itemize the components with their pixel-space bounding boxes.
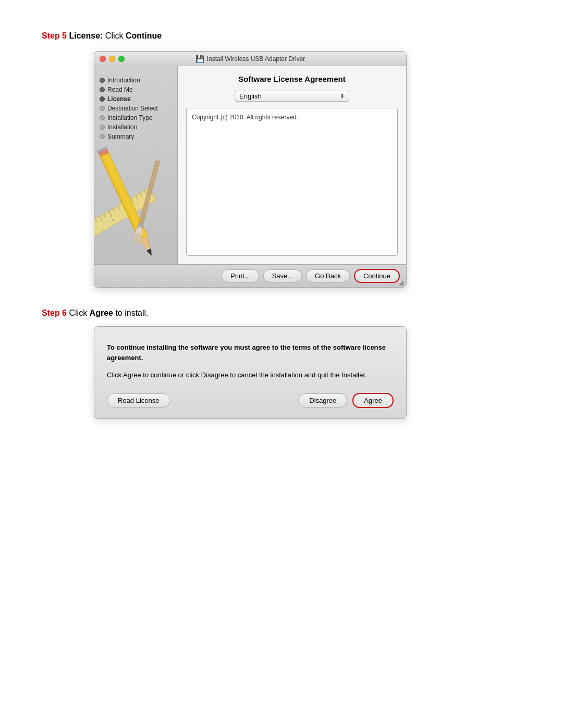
sidebar-item-destination[interactable]: Destination Select xyxy=(94,104,177,113)
sidebar: Introduction Read Me License Destination… xyxy=(94,66,178,264)
dot-summary xyxy=(100,134,105,139)
sidebar-nav: Introduction Read Me License Destination… xyxy=(94,71,177,141)
sidebar-item-installation[interactable]: Installation xyxy=(94,122,177,132)
content-title: Software License Agreement xyxy=(186,75,398,83)
step5-bold: Continue xyxy=(126,31,162,40)
step5-section: Step 5 License: Click Continue 💾 Install… xyxy=(42,31,521,288)
dot-destination xyxy=(100,106,105,111)
close-button[interactable] xyxy=(100,56,106,62)
save-button[interactable]: Save... xyxy=(263,269,302,282)
sidebar-item-summary[interactable]: Summary xyxy=(94,132,177,141)
sidebar-label-readme: Read Me xyxy=(107,86,133,93)
language-value: English xyxy=(239,92,262,100)
step5-label: License: xyxy=(67,31,103,40)
sidebar-label-license: License xyxy=(107,95,131,103)
sidebar-item-introduction[interactable]: Introduction xyxy=(94,76,177,85)
minimize-button[interactable] xyxy=(109,56,115,62)
dot-installtype xyxy=(100,115,105,120)
agree-secondary-text: Click Agree to continue or click Disagre… xyxy=(107,370,394,380)
step6-text: to install. xyxy=(113,309,149,317)
step6-num: Step 6 xyxy=(42,309,67,317)
disagree-button[interactable]: Disagree xyxy=(298,393,347,408)
dropdown-arrow-icon: ⬍ xyxy=(340,93,345,100)
svg-marker-18 xyxy=(146,249,154,257)
titlebar: 💾 Install Wireless USB Adapter Driver xyxy=(94,52,406,66)
sidebar-item-readme[interactable]: Read Me xyxy=(94,85,177,94)
sidebar-label-destination: Destination Select xyxy=(107,105,158,112)
language-dropdown[interactable]: English ⬍ xyxy=(235,91,349,102)
language-select-row: English ⬍ xyxy=(186,91,398,102)
dot-readme xyxy=(100,87,105,92)
installer-window: 💾 Install Wireless USB Adapter Driver In… xyxy=(94,51,407,288)
step5-num: Step 5 xyxy=(42,31,67,40)
dot-introduction xyxy=(100,78,105,83)
step6-action: Click xyxy=(67,309,90,317)
sidebar-art: 6 10 xyxy=(94,129,177,264)
app-icon: 💾 xyxy=(195,55,204,63)
license-text-area: Copyright (c) 2010. All rights reserved. xyxy=(186,108,398,256)
step5-action: Click xyxy=(103,31,126,40)
sidebar-label-installtype: Installation Type xyxy=(107,114,153,121)
agree-button[interactable]: Agree xyxy=(352,393,394,408)
sidebar-item-installtype[interactable]: Installation Type xyxy=(94,113,177,122)
sidebar-label-summary: Summary xyxy=(107,133,134,140)
read-license-button[interactable]: Read License xyxy=(107,393,170,408)
step6-section: Step 6 Click Agree to install. To contin… xyxy=(42,309,521,419)
continue-button[interactable]: Continue xyxy=(354,269,400,283)
window-title: 💾 Install Wireless USB Adapter Driver xyxy=(195,55,305,63)
resize-handle: ◢ xyxy=(399,279,403,286)
agree-buttons: Read License Disagree Agree xyxy=(107,393,394,408)
license-text: Copyright (c) 2010. All rights reserved. xyxy=(192,114,298,121)
maximize-button[interactable] xyxy=(118,56,125,62)
agree-dialog: To continue installing the software you … xyxy=(94,326,407,419)
print-button[interactable]: Print... xyxy=(222,269,259,282)
dot-license xyxy=(100,96,105,102)
step5-heading: Step 5 License: Click Continue xyxy=(42,31,521,41)
sidebar-item-license[interactable]: License xyxy=(94,94,177,104)
step6-heading: Step 6 Click Agree to install. xyxy=(42,309,521,318)
content-area: Software License Agreement English ⬍ Cop… xyxy=(178,66,406,264)
window-body: Introduction Read Me License Destination… xyxy=(94,66,406,264)
window-footer: Print... Save... Go Back Continue ◢ xyxy=(94,264,406,287)
sidebar-label-installation: Installation xyxy=(107,124,137,131)
dot-installation xyxy=(100,125,105,130)
sidebar-label-introduction: Introduction xyxy=(107,77,140,84)
agree-primary-text: To continue installing the software you … xyxy=(107,342,394,363)
step6-bold: Agree xyxy=(90,309,113,317)
goback-button[interactable]: Go Back xyxy=(306,269,350,282)
